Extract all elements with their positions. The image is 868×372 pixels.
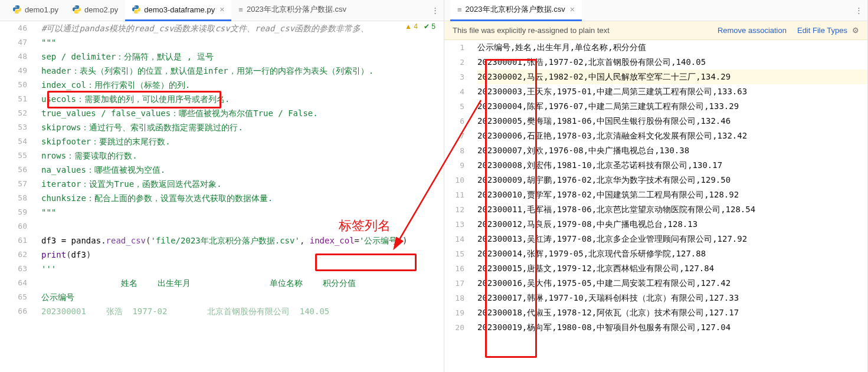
code-line[interactable]: usecols：需要加载的列，可以使用序号或者列名.: [41, 92, 444, 106]
tab-overflow-icon[interactable]: ⋮: [855, 6, 863, 15]
csv-line[interactable]: 202300013,吴红涛,1977-08,北京多企企业管理顾问有限公司,127…: [477, 232, 867, 246]
code-line[interactable]: [41, 219, 444, 233]
code-line[interactable]: na_values：哪些值被视为空值.: [41, 163, 444, 177]
csv-line[interactable]: 202300008,刘宏伟,1981-10,北京圣芯诺科技有限公司,130.17: [477, 158, 867, 173]
csv-line[interactable]: 202300011,毛军福,1978-06,北京芭比堂望京动物医院有限公司,12…: [477, 202, 867, 217]
csv-line[interactable]: 202300012,马良辰,1979-08,中央广播电视总台,128.13: [477, 217, 867, 232]
csv-line[interactable]: 公示编号,姓名,出生年月,单位名称,积分分值: [477, 40, 867, 55]
csv-line[interactable]: 202300019,杨向军,1980-08,中智项目外包服务有限公司,127.0…: [477, 320, 867, 335]
csv-line[interactable]: 202300017,韩琳,1977-10,天瑞科创科技（北京）有限公司,127.…: [477, 291, 867, 305]
csv-line[interactable]: 202300014,张辉,1979-05,北京现代音乐研修学院,127.88: [477, 246, 867, 261]
csv-line[interactable]: 202300002,马云,1982-02,中国人民解放军空军二十三厂,134.2…: [477, 70, 867, 84]
code-line[interactable]: true_values / false_values：哪些值被视为布尔值True…: [41, 106, 444, 120]
csv-line[interactable]: 202300001,张浩,1977-02,北京首钢股份有限公司,140.05: [477, 55, 867, 70]
csv-line[interactable]: 202300005,樊海瑞,1981-06,中国民生银行股份有限公司,132.4…: [477, 114, 867, 129]
tab-demo1-py[interactable]: demo1.py: [6, 0, 65, 21]
tab-overflow-icon[interactable]: ⋮: [431, 6, 439, 15]
tab-2023-csv[interactable]: ≡2023年北京积分落户数据.csv×: [450, 0, 582, 21]
edit-file-types-link[interactable]: Edit File Types: [797, 26, 847, 35]
close-icon[interactable]: ×: [220, 5, 224, 14]
tab-demo3-dataframe-py[interactable]: demo3-dataframe.py×: [125, 0, 231, 21]
csv-line[interactable]: 202300007,刘欧,1976-08,中央广播电视总台,130.38: [477, 143, 867, 158]
tab-label: demo1.py: [25, 5, 58, 14]
gear-icon[interactable]: ⚙: [852, 26, 859, 35]
csv-line[interactable]: 202300010,贾学军,1978-02,中国建筑第二工程局有限公司,128.…: [477, 187, 867, 202]
code-line[interactable]: nrows：需要读取的行数.: [41, 149, 444, 163]
code-line[interactable]: print(df3): [41, 248, 444, 262]
code-line[interactable]: header：表头（列索引）的位置，默认值是infer，用第一行的内容作为表头（…: [41, 64, 444, 78]
code-line[interactable]: skipfooter：要跳过的末尾行数.: [41, 134, 444, 149]
csv-viewer[interactable]: 1234567891011121314151617181920 公示编号,姓名,…: [444, 40, 867, 372]
csv-line[interactable]: 202300006,石亚艳,1978-03,北京清融金科文化发展有限公司,132…: [477, 129, 867, 143]
close-icon[interactable]: ×: [570, 5, 575, 14]
code-line[interactable]: ''': [41, 262, 444, 276]
csv-line[interactable]: 202300018,代淑玉,1978-12,阿依瓦（北京）技术有限公司,127.…: [477, 305, 867, 320]
csv-line[interactable]: 202300009,胡宇鹏,1976-02,北京华为数字技术有限公司,129.5…: [477, 173, 867, 187]
right-tab-bar: ≡2023年北京积分落户数据.csv×⋮: [444, 0, 867, 21]
code-line[interactable]: 公示编号: [41, 290, 444, 304]
notice-text: This file was explicitly re-assigned to …: [453, 26, 610, 35]
csv-line[interactable]: 202300004,陈军,1976-07,中建二局第三建筑工程有限公司,133.…: [477, 99, 867, 114]
file-icon: ≡: [238, 5, 243, 14]
csv-line[interactable]: 202300016,吴大伟,1975-05,中建二局安装工程有限公司,127.4…: [477, 276, 867, 291]
tab-label: 2023年北京积分落户数据.csv: [247, 4, 346, 15]
code-line[interactable]: sep / delimiter：分隔符，默认是 , 逗号: [41, 50, 444, 64]
code-line[interactable]: chunksize：配合上面的参数，设置每次迭代获取的数据体量.: [41, 191, 444, 205]
code-line[interactable]: index_col：用作行索引（标签）的列.: [41, 78, 444, 92]
code-line[interactable]: df3 = pandas.read_csv('file/2023年北京积分落户数…: [41, 233, 444, 248]
csv-line[interactable]: 202300015,唐基文,1979-12,北京西林铝业有限公司,127.84: [477, 261, 867, 276]
tab-label: 2023年北京积分落户数据.csv: [466, 4, 565, 15]
csv-line[interactable]: 202300003,王天东,1975-01,中建二局第三建筑工程有限公司,133…: [477, 84, 867, 99]
code-line[interactable]: """: [41, 35, 444, 50]
code-line[interactable]: 姓名 出生年月 单位名称 积分分值: [41, 276, 444, 290]
code-line[interactable]: iterator：设置为True，函数返回迭代器对象.: [41, 177, 444, 191]
code-line[interactable]: """: [41, 205, 444, 219]
tab-2023-csv[interactable]: ≡2023年北京积分落户数据.csv: [231, 0, 353, 21]
tab-label: demo3-dataframe.py: [144, 5, 215, 14]
code-line[interactable]: skiprows：通过行号、索引或函数指定需要跳过的行.: [41, 120, 444, 134]
tab-demo2-py[interactable]: demo2.py: [65, 0, 125, 21]
code-line[interactable]: 202300001 张浩 1977-02 北京首钢股份有限公司 140.05: [41, 304, 444, 318]
code-editor[interactable]: ▲ 4 ✔ 5 46474849505152535455565758596061…: [0, 21, 444, 372]
left-tab-bar: demo1.pydemo2.pydemo3-dataframe.py×≡2023…: [0, 0, 444, 21]
tab-label: demo2.py: [84, 5, 118, 14]
remove-association-link[interactable]: Remove association: [718, 26, 787, 35]
reassigned-notice: This file was explicitly re-assigned to …: [444, 21, 867, 40]
code-line[interactable]: #可以通过pandas模块的read_csv函数来读取csv文件、read_cs…: [41, 21, 444, 35]
file-icon: ≡: [457, 5, 462, 14]
